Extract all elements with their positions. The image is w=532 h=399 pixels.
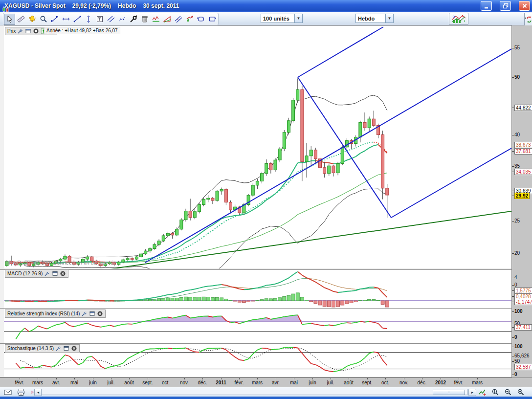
forecast-tool[interactable] — [184, 14, 195, 25]
macd-chart[interactable] — [4, 270, 511, 308]
axis-tick — [512, 367, 514, 367]
rsi-pane-header: Relative strength index (RSI) (14) — [5, 310, 106, 318]
time-label: mars — [32, 380, 43, 385]
chevron-down-icon[interactable]: ▼ — [294, 14, 302, 22]
refresh-panel-button[interactable] — [524, 13, 532, 26]
time-tick — [74, 378, 75, 379]
price-chart[interactable] — [4, 25, 511, 268]
period-dropdown[interactable]: Hebdo ▼ — [355, 14, 394, 23]
axis-tick — [512, 347, 514, 347]
time-tick — [257, 378, 258, 379]
restore-button[interactable] — [500, 1, 511, 11]
axis-tick — [512, 361, 514, 362]
time-tick — [385, 378, 386, 379]
time-tick — [20, 378, 20, 379]
chevron-down-icon[interactable]: ▼ — [385, 14, 393, 22]
zoom-in-icon[interactable] — [516, 388, 525, 396]
mail-icon[interactable] — [3, 388, 12, 396]
time-scrollbar[interactable]: = — [41, 389, 467, 395]
alarm-tool[interactable] — [26, 14, 38, 25]
channel-tool[interactable] — [173, 14, 184, 25]
trendline-tool[interactable] — [71, 14, 83, 25]
macd-pane-title: MACD (12 26 9) — [7, 271, 43, 276]
close-pane-icon[interactable] — [33, 28, 39, 34]
price-year-info: Année : +Haut 49,82 +Bas 26,07 — [44, 27, 120, 34]
wrench-icon[interactable] — [55, 345, 62, 352]
time-label: juin — [89, 380, 97, 385]
parallel-lines-tool[interactable] — [105, 14, 116, 25]
time-label: nov. — [180, 380, 189, 385]
window-icon[interactable] — [63, 345, 69, 352]
stoch-chart[interactable] — [4, 344, 511, 377]
wrench-icon[interactable] — [81, 310, 88, 317]
minimize-button[interactable] — [481, 1, 492, 11]
time-tick — [367, 378, 368, 379]
magnifier-tool[interactable] — [38, 14, 49, 25]
axis-label: -1,1747 — [514, 299, 532, 305]
time-axis: févr.marsavr.maijuinjuil.aoûtsept.oct.no… — [0, 377, 532, 387]
time-tick — [331, 378, 331, 379]
axis-label: 29,92 — [514, 193, 530, 199]
units-dropdown[interactable]: 100 unités ▼ — [261, 14, 303, 23]
print-icon[interactable] — [17, 388, 25, 396]
time-label: févr. — [15, 380, 24, 385]
axis-label: 55 — [514, 45, 520, 50]
time-label: août — [124, 380, 133, 385]
time-label: juil. — [107, 380, 114, 385]
units-dropdown-value: 100 unités — [261, 16, 294, 22]
time-label: mai — [70, 380, 78, 385]
close-pane-icon[interactable] — [97, 310, 103, 317]
close-button[interactable] — [519, 1, 530, 11]
axis-tick — [512, 221, 514, 222]
trash-tool[interactable] — [139, 14, 150, 25]
vertical-line-tool[interactable] — [83, 14, 94, 25]
axis-tick — [512, 151, 514, 152]
title-quote: 29,92 (-2,79%) — [72, 2, 111, 9]
axis-tick — [512, 311, 514, 312]
axis-label: 0 — [514, 334, 517, 340]
segment-tool[interactable] — [49, 14, 60, 25]
correction-downline — [298, 77, 391, 218]
lasso-left-tool[interactable] — [195, 14, 206, 25]
time-label: mars — [472, 380, 483, 385]
time-label: mars — [252, 380, 263, 385]
time-label: avr. — [52, 380, 60, 385]
wrench-icon[interactable] — [44, 270, 50, 277]
time-label: mai — [290, 380, 298, 385]
close-pane-icon[interactable] — [71, 345, 77, 352]
toolbox-tool[interactable] — [128, 14, 139, 25]
window-icon[interactable] — [52, 270, 58, 277]
axis-tick — [512, 135, 514, 135]
time-tick — [38, 378, 38, 379]
time-label: déc. — [418, 380, 427, 385]
pattern-zigzag-tool[interactable] — [150, 14, 161, 25]
stoch-pane-header: Stochastique (14 3 5) — [5, 344, 80, 353]
axis-label: 100 — [514, 344, 523, 349]
close-pane-icon[interactable] — [60, 270, 66, 277]
window-icon[interactable] — [25, 28, 31, 34]
rsi-pane-title: Relative strength index (RSI) (14) — [7, 311, 80, 316]
zoom-out-icon[interactable] — [504, 388, 512, 396]
window-icon[interactable] — [89, 310, 95, 317]
lasso-right-tool[interactable] — [206, 14, 218, 25]
channel-upper — [298, 27, 383, 77]
chart-style-icon — [451, 15, 466, 23]
time-tick — [166, 378, 166, 379]
axis-tick — [512, 48, 514, 48]
axis-tick — [512, 253, 514, 254]
horizontal-line-tool[interactable] — [60, 14, 71, 25]
regression-tool[interactable] — [116, 14, 128, 25]
pointer-tool[interactable] — [4, 14, 15, 25]
scroll-right-button[interactable]: ► — [468, 389, 476, 396]
chart-style-button[interactable] — [449, 13, 468, 25]
text-tool[interactable] — [94, 14, 105, 25]
ruler-tool[interactable] — [15, 14, 26, 25]
time-label: févr. — [454, 380, 464, 385]
wrench-icon[interactable] — [17, 28, 23, 34]
pattern-triangle-tool[interactable] — [161, 14, 173, 25]
pan-chart-icon[interactable] — [478, 388, 487, 396]
time-label: déc. — [198, 380, 207, 385]
axis-label: 37,411 — [514, 324, 532, 331]
scrollbar-thumb[interactable]: = — [433, 390, 465, 395]
zoom-vertical-icon[interactable] — [491, 388, 500, 396]
